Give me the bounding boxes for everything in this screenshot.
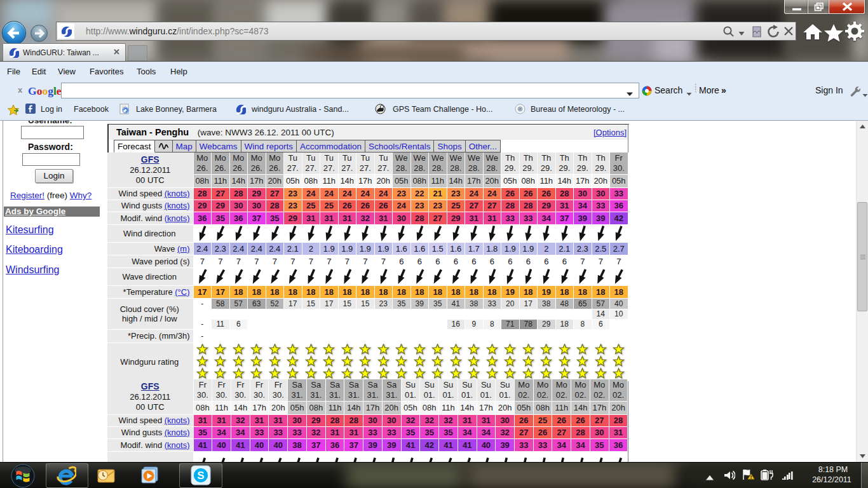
svg-text:S: S [197,470,204,482]
